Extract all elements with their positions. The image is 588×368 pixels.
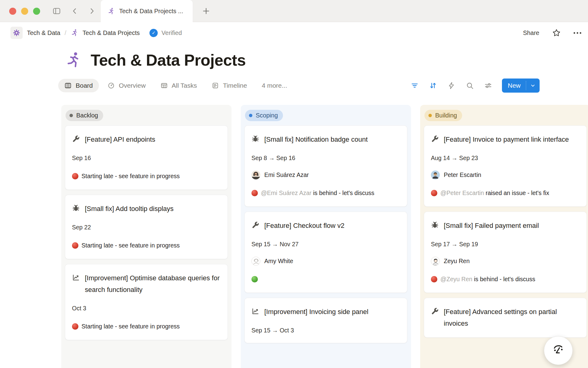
filter-icon[interactable] <box>411 82 419 90</box>
notion-ai-button[interactable] <box>544 336 573 365</box>
status-dot-icon <box>428 114 432 117</box>
avatar <box>431 257 440 266</box>
card-optimise-database-queries[interactable]: [Improvement] Optimise database queries … <box>65 264 228 340</box>
card-date: Aug 14 → Sep 23 <box>431 153 580 163</box>
assignee-name: Zeyu Ren <box>444 258 470 265</box>
column-backlog-label: Backlog <box>76 112 98 119</box>
card-title: [Improvement] Invoicing side panel <box>264 306 368 318</box>
chevron-down-icon[interactable] <box>526 79 540 93</box>
tab-more-views-label: 4 more... <box>262 82 287 89</box>
tab-timeline-label: Timeline <box>223 82 247 89</box>
new-tab-plus-icon[interactable] <box>202 7 210 15</box>
table-icon <box>160 82 168 89</box>
workspace-icon-box[interactable] <box>10 27 23 39</box>
green-circle-icon <box>251 276 258 282</box>
card-api-endpoints[interactable]: [Feature] API endpoints Sep 16 Starting … <box>65 125 228 190</box>
timeline-icon <box>212 82 219 89</box>
tab-overview-label: Overview <box>119 82 146 89</box>
verified-badge[interactable]: ✓ Verified <box>149 29 182 37</box>
card-date: Sep 17 → Sep 19 <box>431 240 580 249</box>
close-window-button[interactable] <box>9 8 16 15</box>
overview-icon <box>107 82 115 89</box>
card-assignee: Emi Suárez Azar <box>251 171 400 179</box>
column-building-pill[interactable]: Building <box>424 110 462 121</box>
tab-board[interactable]: Board <box>58 79 99 92</box>
red-circle-icon <box>72 242 78 249</box>
tab-overview[interactable]: Overview <box>101 79 152 92</box>
card-date: Sep 8 → Sep 16 <box>251 153 400 163</box>
breadcrumb-separator: / <box>65 29 66 36</box>
page-header: Tech & Data Projects <box>65 51 588 69</box>
card-assignee: Peter Escartin <box>431 171 580 179</box>
tab-all-tasks-label: All Tasks <box>172 82 197 89</box>
board-icon <box>64 82 72 89</box>
card-status: Starting late - see feature in progress <box>72 171 221 182</box>
card-advanced-settings-partial-invoices[interactable]: [Feature] Advanced settings on partial i… <box>424 298 587 338</box>
card-title: [Feature] Invoice to payment link interf… <box>444 134 569 145</box>
back-icon[interactable] <box>71 7 79 15</box>
views-toolbar: Board Overview All Tasks Timeline 4 more… <box>58 79 540 93</box>
breadcrumb-item-workspace[interactable]: Tech & Data <box>27 29 60 36</box>
share-button[interactable]: Share <box>523 29 539 36</box>
card-failed-payment-email[interactable]: [Small fix] Failed payment email Sep 17 … <box>424 212 587 293</box>
wrench-icon <box>251 221 259 232</box>
card-title: [Small fix] Add tooltip displays <box>85 203 174 215</box>
sort-icon[interactable] <box>429 82 437 90</box>
zoom-window-button[interactable] <box>33 8 40 15</box>
favorite-star-icon[interactable] <box>552 29 561 37</box>
card-invoice-to-payment-link[interactable]: [Feature] Invoice to payment link interf… <box>424 125 587 207</box>
tab-board-label: Board <box>76 82 93 89</box>
card-date: Oct 3 <box>72 304 221 313</box>
window-titlebar: Tech & Data Projects ... <box>0 0 588 22</box>
bug-icon <box>431 221 439 232</box>
card-title: [Small fix] Notification badge count <box>264 134 368 145</box>
lightning-icon[interactable] <box>447 82 455 90</box>
verified-check-icon: ✓ <box>149 29 158 37</box>
tab-more-views[interactable]: 4 more... <box>256 79 293 92</box>
avatar <box>431 171 440 179</box>
card-invoicing-side-panel[interactable]: [Improvement] Invoicing side panel Sep 1… <box>244 298 407 343</box>
card-status: @Peter Escartin raised an issue - let's … <box>431 187 580 198</box>
status-dot-icon <box>70 114 73 117</box>
column-backlog-pill[interactable]: Backlog <box>66 110 103 121</box>
settings-sliders-icon[interactable] <box>484 82 492 90</box>
chart-icon <box>251 307 259 318</box>
sidebar-toggle-icon[interactable] <box>52 7 62 15</box>
forward-icon[interactable] <box>88 7 96 15</box>
bug-icon <box>72 204 80 215</box>
new-button-label: New <box>502 79 526 93</box>
card-date: Sep 22 <box>72 223 221 232</box>
assignee-name: Amy White <box>264 258 293 265</box>
tab-timeline[interactable]: Timeline <box>205 79 253 92</box>
minimize-window-button[interactable] <box>21 8 28 15</box>
tab-all-tasks[interactable]: All Tasks <box>154 79 203 92</box>
card-assignee: Amy White <box>251 257 400 266</box>
card-title: [Feature] Checkout flow v2 <box>264 220 345 232</box>
column-backlog: Backlog [Feature] API endpoints Sep 16 S… <box>61 105 232 368</box>
column-building-label: Building <box>435 112 457 119</box>
page-title[interactable]: Tech & Data Projects <box>91 51 246 69</box>
column-scoping-pill[interactable]: Scoping <box>245 110 283 121</box>
card-notification-badge-count[interactable]: [Small fix] Notification badge count Sep… <box>244 125 407 207</box>
search-icon[interactable] <box>466 82 474 90</box>
card-add-tooltip-displays[interactable]: [Small fix] Add tooltip displays Sep 22 … <box>65 195 228 259</box>
card-status <box>251 274 400 285</box>
verified-label: Verified <box>161 29 182 36</box>
card-status: Starting late - see feature in progress <box>72 321 221 332</box>
notion-ai-face-icon <box>551 343 565 358</box>
wrench-icon <box>72 135 80 145</box>
new-button[interactable]: New <box>502 79 540 93</box>
assignee-name: Peter Escartin <box>444 171 481 178</box>
avatar <box>251 171 260 179</box>
breadcrumb-item-page[interactable]: Tech & Data Projects <box>71 29 140 37</box>
card-title: [Improvement] Optimise database queries … <box>85 272 221 296</box>
card-title: [Small fix] Failed payment email <box>444 220 539 232</box>
card-date: Sep 15 → Oct 3 <box>251 326 400 335</box>
browser-tab[interactable]: Tech & Data Projects ... <box>101 0 193 22</box>
kanban-board: Backlog [Feature] API endpoints Sep 16 S… <box>61 105 588 368</box>
card-status: @Zeyu Ren is behind - let's discuss <box>431 274 580 285</box>
breadcrumb: Tech & Data / Tech & Data Projects ✓ Ver… <box>0 22 588 44</box>
more-options-icon[interactable] <box>574 32 581 34</box>
red-circle-icon <box>72 323 78 330</box>
card-checkout-flow-v2[interactable]: [Feature] Checkout flow v2 Sep 15 → Nov … <box>244 212 407 293</box>
